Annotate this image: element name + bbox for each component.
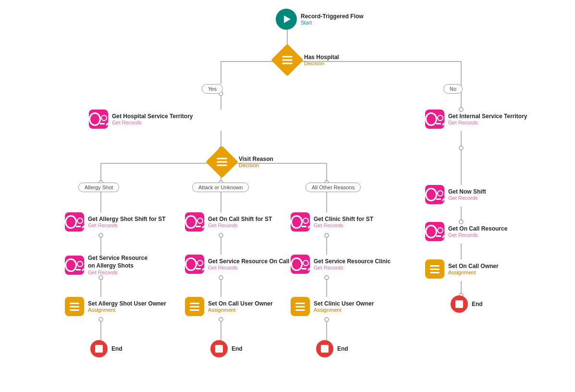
end4-node: End xyxy=(451,295,483,313)
get-allergy-shift-icon xyxy=(65,212,84,232)
get-oncall-shift-node[interactable]: Get On Call Shift for ST Get Records xyxy=(185,212,272,232)
get-clinic-shift-icon xyxy=(291,212,310,232)
end1-node: End xyxy=(90,340,122,357)
get-clinic-shift-node[interactable]: Get Clinic Shift for ST Get Records xyxy=(291,212,373,232)
end3-icon xyxy=(316,340,333,357)
no-branch-label: No xyxy=(443,84,463,94)
get-sr-allergy-node[interactable]: Get Service Resource on Allergy Shots Ge… xyxy=(65,255,155,275)
get-sr-clinic-icon xyxy=(291,255,310,274)
svg-point-37 xyxy=(325,233,329,237)
svg-point-41 xyxy=(325,276,329,280)
get-hospital-st-node[interactable]: Get Hospital Service Territory Get Recor… xyxy=(89,110,193,129)
decision1-icon xyxy=(274,47,300,73)
svg-point-44 xyxy=(219,318,223,321)
decision2-node[interactable]: Visit Reason Decision xyxy=(209,149,273,175)
allergy-branch-label: Allergy Shot xyxy=(78,183,119,192)
set-allergy-owner-icon xyxy=(65,297,84,316)
set-oncall-user-owner-icon xyxy=(185,297,204,316)
svg-point-43 xyxy=(99,318,103,321)
yes-branch-label: Yes xyxy=(202,84,223,94)
get-hospital-st-icon xyxy=(89,110,108,129)
end3-node: End xyxy=(316,340,348,357)
get-sr-oncall-node[interactable]: Get Service Resource On Call Get Records xyxy=(185,255,289,274)
get-now-shift-node[interactable]: Get Now Shift Get Records xyxy=(425,185,486,204)
set-oncall-user-owner-node[interactable]: Set On Call User Owner Assignment xyxy=(185,297,273,316)
get-oncall-resource-icon xyxy=(425,222,444,241)
get-internal-st-node[interactable]: Get Internal Service Territory Get Recor… xyxy=(425,110,527,129)
magnify-icon xyxy=(101,115,108,123)
magnify-icon3 xyxy=(437,190,444,199)
start-node[interactable]: Record-Triggered Flow Start xyxy=(276,9,364,30)
attack-branch-label: Attack or Unknown xyxy=(192,183,249,192)
start-icon xyxy=(276,9,297,30)
set-clinic-user-owner-icon xyxy=(291,297,310,316)
svg-point-38 xyxy=(459,146,463,150)
get-allergy-shift-node[interactable]: Get Allergy Shot Shift for ST Get Record… xyxy=(65,212,166,232)
set-allergy-owner-node[interactable]: Set Allergy Shot User Owner Assignment xyxy=(65,297,166,316)
svg-point-45 xyxy=(325,318,329,321)
set-clinic-user-owner-node[interactable]: Set Clinic User Owner Assignment xyxy=(291,297,374,316)
svg-point-39 xyxy=(99,276,103,280)
start-label: Record-Triggered Flow Start xyxy=(301,13,364,25)
get-oncall-shift-icon xyxy=(185,212,204,232)
end2-node: End xyxy=(210,340,243,357)
get-oncall-resource-node[interactable]: Get On Call Resource Get Records xyxy=(425,222,507,241)
svg-point-36 xyxy=(219,233,223,237)
flow-canvas: Record-Triggered Flow Start Has Hospital… xyxy=(0,0,575,392)
get-internal-st-icon xyxy=(425,110,444,129)
end4-icon xyxy=(451,295,468,313)
magnify-icon2 xyxy=(437,115,444,123)
get-sr-clinic-node[interactable]: Get Service Resource Clinic Get Records xyxy=(291,255,391,274)
decision1-node[interactable]: Has Hospital Decision xyxy=(274,47,339,73)
decision2-icon xyxy=(209,149,235,175)
svg-point-35 xyxy=(99,233,103,237)
get-sr-oncall-icon xyxy=(185,255,204,274)
end2-icon xyxy=(210,340,228,357)
all-other-branch-label: All Other Reasons xyxy=(306,183,361,192)
get-sr-allergy-icon xyxy=(65,256,84,275)
end1-icon xyxy=(90,340,108,357)
set-oncall-owner-icon xyxy=(425,259,444,279)
set-oncall-owner-node[interactable]: Set On Call Owner Assignment xyxy=(425,259,499,279)
get-now-shift-icon xyxy=(425,185,444,204)
svg-point-40 xyxy=(219,276,223,280)
